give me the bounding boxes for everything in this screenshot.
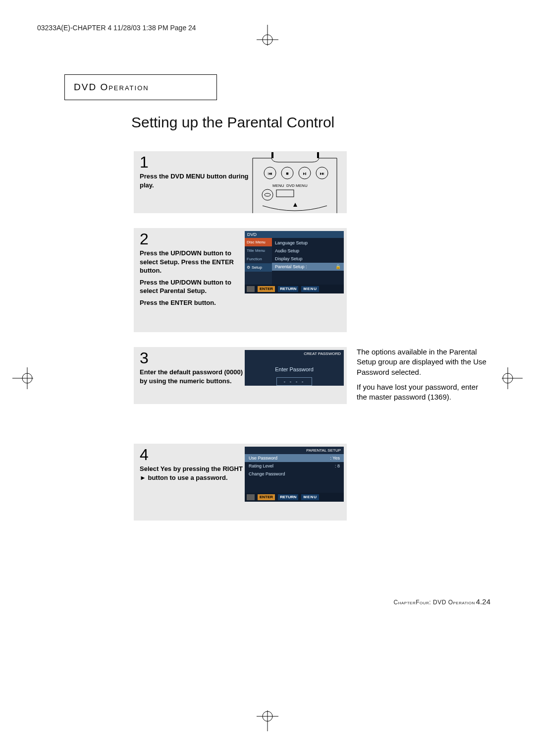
step-4-text-post: button to use a password.: [146, 474, 228, 481]
step-4: 4 Select Yes by pressing the RIGHT ► but…: [134, 444, 347, 521]
lock-icon: [333, 264, 341, 269]
svg-rect-26: [276, 190, 294, 197]
osd4-title: PARENTAL SETUP: [245, 447, 344, 454]
osd4-row-rating-level: Rating Level : 8: [245, 462, 344, 470]
osd4-row-0-v: : Yes: [330, 456, 340, 461]
section-title: DVD Operation: [74, 82, 149, 92]
osd2-row-audio: Audio Setup: [272, 247, 344, 255]
osd2-menu-badge: MENU: [301, 286, 319, 292]
osd4-return-badge: RETURN: [278, 494, 298, 500]
svg-text:⏯: ⏯: [303, 171, 307, 176]
svg-rect-12: [271, 152, 273, 158]
section-title-main: Operation: [100, 82, 149, 92]
cropmark-right: [493, 363, 523, 393]
osd2-side-setup: Setup: [245, 263, 272, 272]
side-note: The options available in the Parental Se…: [357, 347, 490, 407]
osd2-side-disc-menu: Disc Menu: [245, 238, 272, 246]
cropmark-top: [253, 25, 282, 55]
cropmark-bottom: [253, 701, 282, 731]
step-1-number: 1: [140, 153, 149, 172]
page-footer: ChapterFour: DVD Operation4.24: [394, 597, 490, 606]
osd4-row-use-password: Use Password : Yes: [245, 454, 344, 462]
note-paragraph-2: If you have lost your password, enter th…: [357, 382, 490, 403]
step-2-p2: Press the UP/DOWN button to select Paren…: [140, 278, 249, 295]
step-2-text: Press the UP/DOWN button to select Setup…: [140, 249, 249, 310]
section-title-box: DVD Operation: [64, 74, 217, 100]
cropmark-left: [12, 363, 42, 393]
step-3: 3 Enter the default password (0000) by u…: [134, 347, 347, 404]
step-2-osd: DVD Disc Menu Title Menu Function Setup …: [243, 228, 347, 332]
print-header: 03233A(E)-CHAPTER 4 11/28/03 1:38 PM Pag…: [37, 24, 196, 32]
step-2-number: 2: [140, 230, 149, 248]
svg-marker-27: [293, 203, 297, 207]
step-3-text: Enter the default password (0000) by usi…: [140, 368, 249, 385]
osd2-row-parental-selected: Parental Setup :: [272, 263, 344, 271]
osd2-row-language: Language Setup: [272, 239, 344, 247]
section-title-prefix: DVD: [74, 82, 100, 92]
step-2-p3: Press the ENTER button.: [140, 298, 249, 307]
osd4-row-0-k: Use Password: [249, 456, 277, 461]
osd2-enter-badge: ENTER: [258, 286, 275, 292]
osd2-return-badge: RETURN: [278, 286, 298, 292]
step-1-text: Press the DVD MENU button during play.: [140, 172, 249, 189]
footer-section: : DVD Operation: [429, 599, 475, 606]
osd3-title: CREAT PASSWORD: [245, 350, 344, 357]
svg-text:⏭: ⏭: [320, 171, 324, 176]
osd2-side-function: Function: [245, 255, 272, 263]
osd4-menu-badge: MENU: [301, 494, 319, 500]
svg-text:⏮: ⏮: [268, 171, 272, 176]
step-4-number: 4: [140, 446, 149, 464]
step-1: 1 Press the DVD MENU button during play.…: [134, 151, 347, 213]
svg-point-25: [265, 193, 270, 196]
step-1-remote-graphic: ⏮ ■ ⏯ ⏭ MENU DVD MENU: [243, 151, 347, 213]
svg-text:■: ■: [286, 171, 288, 176]
osd2-top: DVD: [245, 231, 344, 238]
osd2-row-parental-label: Parental Setup :: [275, 264, 307, 269]
osd3-password-mask: - - - -: [276, 377, 312, 386]
osd4-enter-badge: ENTER: [258, 494, 275, 500]
step-2: 2 Press the UP/DOWN button to select Set…: [134, 228, 347, 332]
svg-point-24: [262, 189, 273, 200]
osd2-side-title-menu: Title Menu: [245, 246, 272, 255]
svg-rect-13: [317, 152, 319, 158]
osd4-row-1-k: Rating Level: [249, 464, 273, 468]
step-4-text-pre: Select Yes by pressing the RIGHT: [140, 465, 243, 472]
page-title: Setting up the Parental Control: [131, 114, 334, 131]
note-paragraph-1: The options available in the Parental Se…: [357, 347, 490, 377]
osd4-row-2-k: Change Password: [249, 471, 285, 476]
remote-label-dvdmenu: DVD MENU: [286, 183, 308, 188]
navpad-icon: [247, 286, 255, 292]
osd4-row-1-v: : 8: [335, 464, 340, 468]
footer-chapter: ChapterFour: [394, 599, 429, 606]
osd2-row-display: Display Setup: [272, 255, 344, 263]
step-2-p1: Press the UP/DOWN button to select Setup…: [140, 249, 249, 275]
osd3-label: Enter Password: [245, 357, 344, 377]
step-4-text: Select Yes by pressing the RIGHT ► butto…: [140, 465, 249, 482]
step-3-number: 3: [140, 349, 149, 367]
osd4-row-change-password: Change Password: [245, 470, 344, 478]
step-3-osd: CREAT PASSWORD Enter Password - - - -: [243, 347, 347, 404]
step-4-osd: PARENTAL SETUP Use Password : Yes Rating…: [243, 444, 347, 521]
navpad-icon: [247, 494, 255, 500]
right-arrow-icon: ►: [140, 474, 146, 481]
remote-label-menu: MENU: [272, 183, 284, 188]
footer-page-number: 4.24: [476, 597, 490, 606]
